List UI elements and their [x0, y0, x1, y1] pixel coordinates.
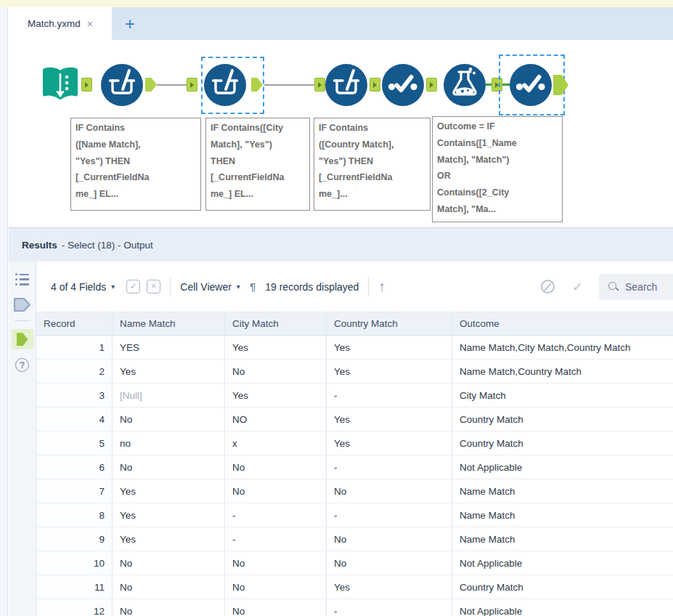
table-cell[interactable]: x: [225, 431, 327, 455]
column-header[interactable]: Outcome: [452, 312, 673, 335]
table-cell[interactable]: 7: [36, 479, 113, 503]
table-cell[interactable]: 6: [36, 455, 113, 479]
select-tool-2[interactable]: [509, 63, 552, 110]
table-cell[interactable]: No: [225, 360, 327, 383]
connector-line[interactable]: [264, 84, 315, 86]
tool-annotation[interactable]: IF Contains ([Name Match], "Yes") THEN […: [70, 118, 201, 211]
table-cell[interactable]: 4: [36, 408, 113, 431]
table-cell[interactable]: Name Match,Country Match: [452, 360, 673, 383]
table-cell[interactable]: Yes: [113, 479, 225, 503]
multi-field-formula-tool-2[interactable]: [203, 63, 247, 110]
tool-annotation[interactable]: IF Contains ([Country Match], "Yes") THE…: [314, 118, 431, 211]
table-cell[interactable]: Country Match: [452, 408, 673, 431]
input-anchor-icon[interactable]: [13, 297, 31, 312]
formula-tool[interactable]: [443, 63, 486, 110]
connection-anchor[interactable]: [426, 78, 437, 92]
table-cell[interactable]: No: [225, 551, 327, 575]
table-cell[interactable]: 3: [36, 384, 113, 407]
multi-field-formula-tool-3[interactable]: [325, 63, 368, 110]
table-cell[interactable]: No: [113, 599, 225, 616]
table-cell[interactable]: No: [327, 527, 452, 551]
table-cell[interactable]: -: [225, 527, 327, 551]
table-cell[interactable]: [Null]: [113, 384, 225, 407]
connector-line[interactable]: [157, 84, 188, 86]
deselect-all-fields-icon[interactable]: ×: [147, 280, 160, 293]
table-cell[interactable]: 9: [36, 527, 113, 551]
table-cell[interactable]: -: [327, 384, 452, 407]
table-cell[interactable]: Name Match: [452, 527, 673, 551]
table-cell[interactable]: 5: [36, 431, 113, 455]
check-icon[interactable]: ✓: [572, 279, 583, 295]
column-header[interactable]: City Match: [225, 312, 327, 335]
table-cell[interactable]: Name Match,City Match,Country Match: [452, 336, 673, 359]
table-cell[interactable]: No: [225, 479, 327, 503]
table-cell[interactable]: 8: [36, 503, 113, 527]
table-cell[interactable]: No: [225, 455, 327, 479]
output-anchor[interactable]: [553, 75, 568, 95]
new-tab-button[interactable]: +: [112, 7, 148, 40]
table-cell[interactable]: No: [113, 551, 225, 575]
table-cell[interactable]: No: [225, 575, 327, 599]
table-cell[interactable]: -: [225, 503, 327, 527]
table-cell[interactable]: Yes: [327, 336, 452, 359]
table-cell[interactable]: City Match: [452, 384, 673, 407]
table-cell[interactable]: Name Match: [452, 479, 673, 503]
table-cell[interactable]: Not Applicable: [452, 455, 673, 479]
connection-anchor[interactable]: [187, 78, 197, 92]
metadata-view-icon[interactable]: [15, 273, 29, 285]
tool-annotation[interactable]: IF Contains([City Match], "Yes") THEN [_…: [205, 118, 310, 211]
table-cell[interactable]: Yes: [327, 575, 452, 599]
table-cell[interactable]: -: [327, 503, 452, 527]
select-tool-1[interactable]: [381, 63, 425, 110]
pilcrow-icon[interactable]: ¶: [250, 280, 256, 293]
table-cell[interactable]: Country Match: [452, 431, 673, 455]
tab-match-yxmd[interactable]: Match.yxmd ×: [9, 7, 112, 40]
table-cell[interactable]: Yes: [113, 360, 225, 383]
output-anchor[interactable]: [145, 78, 157, 92]
workflow-canvas[interactable]: IF Contains ([Name Match], "Yes") THEN […: [9, 40, 673, 227]
connection-anchor[interactable]: [81, 78, 92, 92]
table-cell[interactable]: Not Applicable: [452, 551, 673, 575]
caret-down-icon[interactable]: ▾: [237, 283, 240, 291]
help-icon[interactable]: ?: [15, 358, 29, 372]
table-cell[interactable]: No: [327, 479, 452, 503]
table-cell[interactable]: no: [113, 431, 225, 455]
multi-field-formula-tool-1[interactable]: [100, 63, 144, 110]
connection-anchor[interactable]: [314, 78, 325, 92]
fields-dropdown[interactable]: 4 of 4 Fields: [51, 281, 106, 293]
table-cell[interactable]: Yes: [225, 336, 327, 359]
table-cell[interactable]: Country Match: [452, 575, 673, 599]
table-cell[interactable]: 12: [36, 599, 113, 616]
table-cell[interactable]: Yes: [327, 431, 452, 455]
cell-viewer-dropdown[interactable]: Cell Viewer: [180, 281, 232, 293]
select-all-fields-icon[interactable]: ✓: [126, 280, 140, 293]
table-cell[interactable]: Name Match: [452, 503, 673, 527]
table-cell[interactable]: No: [113, 408, 225, 431]
no-symbol-icon[interactable]: [541, 280, 555, 293]
table-cell[interactable]: 1: [36, 336, 113, 359]
connection-anchor[interactable]: [370, 78, 380, 92]
table-cell[interactable]: Yes: [225, 384, 327, 407]
table-cell[interactable]: No: [113, 455, 225, 479]
table-cell[interactable]: 2: [36, 360, 113, 383]
table-cell[interactable]: Yes: [113, 503, 225, 527]
up-arrow-icon[interactable]: ↑: [378, 279, 386, 295]
column-header[interactable]: Name Match: [113, 312, 225, 335]
table-cell[interactable]: 10: [36, 551, 113, 575]
table-cell[interactable]: -: [327, 455, 452, 479]
table-cell[interactable]: 11: [36, 575, 113, 599]
table-cell[interactable]: Not Applicable: [452, 599, 673, 616]
close-icon[interactable]: ×: [87, 18, 93, 30]
table-cell[interactable]: NO: [225, 408, 327, 431]
column-header[interactable]: Country Match: [327, 312, 452, 335]
table-cell[interactable]: Yes: [327, 360, 452, 383]
caret-down-icon[interactable]: ▾: [111, 283, 115, 291]
table-cell[interactable]: No: [327, 551, 452, 575]
output-anchor-button[interactable]: [12, 329, 33, 349]
table-cell[interactable]: No: [113, 575, 225, 599]
table-cell[interactable]: No: [225, 599, 327, 616]
tool-annotation[interactable]: Outcome = IF Contains([1_Name Match], "M…: [432, 116, 563, 222]
column-header[interactable]: Record: [36, 312, 113, 335]
search-box[interactable]: Search: [599, 274, 673, 300]
table-cell[interactable]: Yes: [327, 408, 452, 431]
